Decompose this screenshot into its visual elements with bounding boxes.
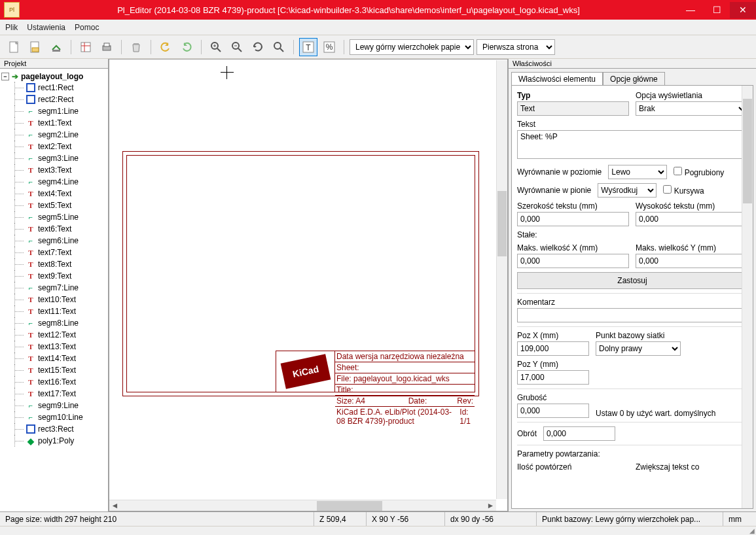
- posx-field[interactable]: [517, 341, 589, 356]
- close-button[interactable]: ✕: [730, 2, 756, 18]
- zoom-out-button[interactable]: [228, 38, 246, 56]
- valign-select[interactable]: Wyśrodkuj: [598, 183, 657, 198]
- tree-item[interactable]: Ttext12:Text: [1, 329, 107, 341]
- print-button[interactable]: [98, 38, 116, 56]
- redo-button[interactable]: [177, 38, 196, 56]
- undo-button[interactable]: [156, 38, 175, 56]
- tree-item[interactable]: Ttext5:Text: [1, 199, 107, 211]
- maxx-field[interactable]: [517, 254, 629, 268]
- tree-item[interactable]: ⌐segm8:Line: [1, 317, 107, 329]
- tree-item-label: rect1:Rect: [38, 83, 74, 92]
- resize-grip[interactable]: ◢: [0, 526, 756, 535]
- display-option-select[interactable]: Brak: [636, 101, 747, 116]
- kicad-logo: KiCad: [280, 354, 331, 389]
- tree-item[interactable]: rect3:Rect: [1, 423, 107, 435]
- tree-item-label: text16:Text: [38, 377, 76, 387]
- tree-item[interactable]: Ttext6:Text: [1, 223, 107, 235]
- italic-checkbox[interactable]: Kursywa: [663, 185, 704, 196]
- halign-label: Wyrównanie w poziomie: [517, 167, 602, 177]
- tree-item[interactable]: ◆poly1:Poly: [1, 435, 107, 447]
- tree-item-label: text13:Text: [38, 342, 76, 351]
- apply-button[interactable]: Zastosuj: [517, 272, 747, 289]
- tree-item[interactable]: ⌐segm9:Line: [1, 400, 107, 411]
- page-select[interactable]: Pierwsza strona: [477, 39, 555, 55]
- tree-item[interactable]: ⌐segm7:Line: [1, 282, 107, 294]
- canvas[interactable]: KiCad Data wersja narzędziowa niezależna…: [109, 59, 508, 511]
- thickness-field[interactable]: [517, 404, 589, 418]
- status-dxy: dx 90 dy -56: [445, 512, 537, 526]
- tree-item[interactable]: Ttext15:Text: [1, 364, 107, 376]
- tree-item-label: text4:Text: [38, 189, 71, 198]
- corner-select[interactable]: Lewy górny wierzchołek papieru: [350, 39, 474, 55]
- save-button[interactable]: [47, 38, 65, 56]
- tree-item[interactable]: rect2:Rect: [1, 94, 107, 105]
- tree-root[interactable]: − ➔ pagelayout_logo: [1, 71, 107, 82]
- project-panel-title: Projekt: [0, 59, 108, 69]
- text-field[interactable]: Sheet: %P: [517, 130, 747, 159]
- tree-item[interactable]: Ttext11:Text: [1, 305, 107, 317]
- maxy-field[interactable]: [636, 254, 747, 268]
- tree-item-label: text7:Text: [38, 248, 71, 257]
- tree-item-label: text10:Text: [38, 295, 76, 304]
- properties-vscroll[interactable]: [742, 86, 753, 508]
- halign-select[interactable]: Lewo: [608, 165, 667, 179]
- page-settings-button[interactable]: [77, 38, 95, 56]
- tree-item[interactable]: Ttext3:Text: [1, 164, 107, 176]
- text-width-field[interactable]: [517, 212, 629, 226]
- tree-item[interactable]: Ttext16:Text: [1, 376, 107, 388]
- tree-item[interactable]: Ttext4:Text: [1, 188, 107, 199]
- status-xy: X 90 Y -56: [367, 512, 445, 526]
- project-tree[interactable]: − ➔ pagelayout_logo rect1:Rectrect2:Rect…: [0, 69, 108, 511]
- tab-general-options[interactable]: Opcje główne: [603, 72, 665, 86]
- tree-item[interactable]: Ttext8:Text: [1, 258, 107, 270]
- canvas-vscroll[interactable]: [496, 60, 507, 499]
- text-height-field[interactable]: [636, 212, 747, 226]
- format-toggle[interactable]: %: [320, 38, 338, 56]
- zoom-redraw-button[interactable]: [249, 38, 267, 56]
- maximize-button[interactable]: ☐: [704, 2, 730, 18]
- tree-item[interactable]: ⌐segm1:Line: [1, 105, 107, 117]
- toolbar: T % Lewy górny wierzchołek papieru Pierw…: [0, 35, 756, 59]
- expand-icon[interactable]: −: [1, 73, 9, 80]
- delete-button[interactable]: [127, 38, 145, 56]
- rotation-field[interactable]: [543, 426, 615, 441]
- svg-rect-2: [32, 48, 39, 52]
- tree-item[interactable]: ⌐segm4:Line: [1, 176, 107, 188]
- menu-settings[interactable]: Ustawienia: [27, 23, 65, 32]
- tree-item-label: segm5:Line: [38, 213, 79, 222]
- tree-item-label: text12:Text: [38, 330, 76, 339]
- menu-help[interactable]: Pomoc: [75, 23, 99, 32]
- canvas-hscroll[interactable]: ◄►: [109, 500, 496, 511]
- tree-item[interactable]: ⌐segm3:Line: [1, 152, 107, 164]
- tree-item-label: text2:Text: [38, 142, 71, 151]
- tree-item[interactable]: Ttext9:Text: [1, 270, 107, 282]
- tree-item[interactable]: Ttext7:Text: [1, 247, 107, 258]
- tree-item[interactable]: Ttext13:Text: [1, 341, 107, 353]
- tab-element-properties[interactable]: Właściwości elementu: [511, 72, 603, 86]
- tree-item[interactable]: Ttext14:Text: [1, 353, 107, 364]
- zoom-fit-button[interactable]: [270, 38, 288, 56]
- tree-item[interactable]: ⌐segm6:Line: [1, 235, 107, 247]
- comment-field[interactable]: [517, 308, 747, 322]
- svg-line-11: [217, 48, 221, 52]
- origin-select[interactable]: Dolny prawy: [596, 341, 681, 356]
- tree-item[interactable]: Ttext1:Text: [1, 117, 107, 129]
- menu-file[interactable]: Plik: [5, 23, 18, 32]
- tree-item[interactable]: Ttext10:Text: [1, 294, 107, 305]
- bold-checkbox[interactable]: Pogrubiony: [674, 167, 724, 177]
- tree-item[interactable]: Ttext2:Text: [1, 141, 107, 152]
- tree-item[interactable]: Ttext17:Text: [1, 388, 107, 400]
- status-page-size: Page size: width 297 height 210: [0, 512, 314, 526]
- posy-field[interactable]: [517, 370, 589, 385]
- new-button[interactable]: [5, 38, 24, 56]
- open-button[interactable]: [26, 38, 45, 56]
- tree-item[interactable]: ⌐segm2:Line: [1, 129, 107, 141]
- zoom-in-button[interactable]: [207, 38, 225, 56]
- minimize-button[interactable]: —: [677, 2, 704, 18]
- tree-item[interactable]: ⌐segm5:Line: [1, 211, 107, 223]
- tree-item[interactable]: rect1:Rect: [1, 82, 107, 94]
- text-height-label: Wysokość tekstu (mm): [636, 201, 747, 211]
- text-bg-toggle[interactable]: T: [299, 38, 317, 56]
- type-label: Typ: [517, 91, 629, 100]
- tree-item[interactable]: ⌐segm10:Line: [1, 411, 107, 423]
